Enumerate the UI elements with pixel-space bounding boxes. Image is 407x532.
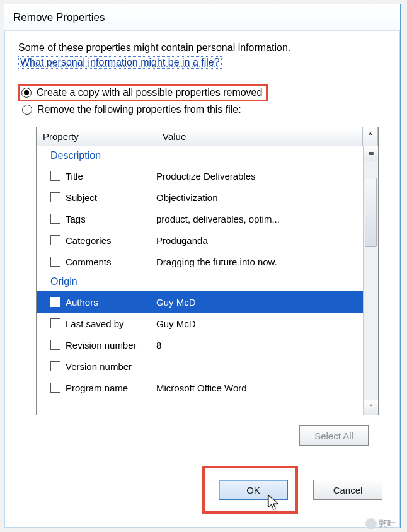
column-header-scroll[interactable]: ˄: [363, 127, 378, 146]
scroll-thumb[interactable]: [365, 178, 377, 247]
prop-value: product, deliverables, optim...: [156, 214, 363, 224]
table-row[interactable]: Tags product, deliverables, optim...: [37, 208, 363, 229]
table-row[interactable]: Authors Guy McD: [37, 291, 363, 313]
table-row[interactable]: Program name Microsoft Office Word: [37, 377, 363, 398]
prop-value: Objectivization: [156, 192, 363, 203]
checkbox-tags[interactable]: [50, 214, 60, 224]
table-row[interactable]: Revision number 8: [37, 334, 363, 356]
table-row[interactable]: Version number: [37, 356, 363, 377]
dialog-footer: OK Cancel: [202, 466, 382, 514]
remove-properties-dialog: Remove Properties Some of these properti…: [4, 4, 401, 528]
select-all-button[interactable]: Select All: [299, 425, 369, 446]
group-description: Description: [37, 146, 363, 165]
prop-value: Dragging the future into now.: [156, 257, 363, 267]
prop-name: Authors: [66, 297, 156, 308]
ok-highlight: OK: [202, 466, 298, 514]
prop-name: Subject: [66, 192, 156, 203]
option-create-copy-label: Create a copy with all possible properti…: [37, 87, 262, 98]
properties-list-header: Property Value ˄: [37, 127, 378, 146]
personal-info-link[interactable]: What personal information might be in a …: [18, 56, 222, 69]
prop-name: Last saved by: [66, 318, 156, 329]
properties-list: Property Value ˄ Description Title Produ…: [36, 127, 379, 415]
prop-name: Title: [66, 171, 156, 182]
watermark: 甄叶: [365, 518, 396, 529]
dialog-title-bar: Remove Properties: [4, 4, 400, 31]
checkbox-authors[interactable]: [50, 297, 60, 307]
table-row[interactable]: Subject Objectivization: [37, 187, 363, 208]
scroll-down-button[interactable]: ˅: [364, 400, 378, 415]
checkbox-program-name[interactable]: [50, 383, 60, 393]
checkbox-revision-number[interactable]: [50, 340, 60, 350]
column-header-value[interactable]: Value: [156, 127, 363, 146]
ok-button[interactable]: OK: [219, 480, 288, 500]
prop-name: Comments: [66, 257, 156, 267]
radio-create-copy[interactable]: [21, 88, 32, 98]
vertical-scrollbar[interactable]: ≣ ˅: [363, 146, 378, 415]
checkbox-last-saved-by[interactable]: [50, 318, 60, 328]
table-row[interactable]: Categories Produganda: [37, 229, 363, 251]
checkbox-categories[interactable]: [50, 235, 60, 245]
prop-name: Version number: [66, 361, 156, 372]
table-row[interactable]: Last saved by Guy McD: [37, 313, 363, 334]
checkbox-comments[interactable]: [50, 257, 60, 267]
dialog-content: Some of these properties might contain p…: [4, 31, 400, 454]
prop-name: Tags: [66, 214, 156, 224]
option-remove-following-label: Remove the following properties from thi…: [37, 104, 241, 115]
watermark-icon: [365, 518, 377, 529]
option-create-copy[interactable]: Create a copy with all possible properti…: [18, 84, 268, 101]
radio-remove-following[interactable]: [22, 105, 32, 115]
group-origin: Origin: [37, 272, 363, 291]
column-header-property[interactable]: Property: [37, 127, 156, 146]
scroll-track[interactable]: [364, 161, 378, 400]
prop-name: Program name: [66, 383, 156, 393]
option-remove-following[interactable]: Remove the following properties from thi…: [21, 101, 386, 118]
prop-value: Productize Deliverables: [156, 171, 363, 182]
prop-name: Revision number: [66, 340, 156, 350]
properties-list-body: Description Title Productize Deliverable…: [37, 146, 378, 415]
prop-value: 8: [156, 340, 363, 350]
prop-value: Guy McD: [156, 297, 363, 308]
intro-text: Some of these properties might contain p…: [18, 42, 386, 54]
prop-name: Categories: [66, 235, 156, 246]
cancel-button[interactable]: Cancel: [313, 480, 382, 500]
dialog-title: Remove Properties: [13, 11, 105, 24]
table-row[interactable]: Comments Dragging the future into now.: [37, 251, 363, 272]
prop-value: Guy McD: [156, 318, 363, 329]
properties-list-wrap: Property Value ˄ Description Title Produ…: [36, 127, 379, 415]
table-row[interactable]: Title Productize Deliverables: [37, 165, 363, 187]
checkbox-subject[interactable]: [50, 192, 60, 202]
prop-value: Produganda: [156, 235, 363, 246]
scroll-up-button[interactable]: ≣: [364, 146, 378, 161]
watermark-text: 甄叶: [379, 518, 396, 529]
checkbox-title[interactable]: [50, 171, 60, 181]
checkbox-version-number[interactable]: [50, 361, 60, 371]
prop-value: Microsoft Office Word: [156, 383, 363, 393]
